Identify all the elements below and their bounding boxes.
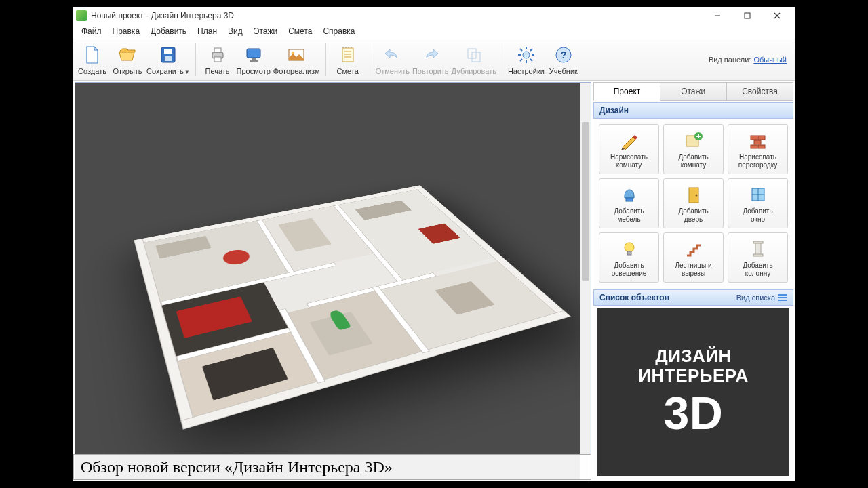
toolbar-undo-label: Отменить [376, 67, 410, 75]
toolbar-redo-label: Повторить [412, 67, 449, 75]
draw-partition-label: Нарисоватьперегородку [738, 153, 777, 169]
design-section-header: Дизайн [593, 102, 793, 119]
svg-rect-34 [751, 136, 757, 140]
panel-mode-label: Вид панели: [709, 56, 751, 64]
svg-rect-11 [252, 58, 256, 60]
objects-section-header: Список объектов Вид списка [593, 289, 793, 306]
toolbar-create-button[interactable]: Создать [75, 41, 110, 79]
add-light-label: Добавитьосвещение [612, 262, 647, 278]
photoreal-icon [285, 44, 307, 66]
close-button[interactable] [762, 7, 792, 24]
menu-plan[interactable]: План [193, 25, 221, 37]
add-column-label: Добавитьколонну [743, 262, 772, 278]
toolbar-preview-button[interactable]: Просмотр [235, 41, 272, 79]
svg-line-26 [520, 49, 522, 51]
menu-file[interactable]: Файл [77, 25, 106, 37]
svg-point-45 [625, 243, 634, 252]
duplicate-icon [463, 44, 485, 66]
gear-icon [515, 44, 537, 66]
stairs-icon [683, 238, 705, 260]
toolbar-separator [195, 43, 196, 76]
menu-edit[interactable]: Правка [108, 25, 144, 37]
window-icon [747, 184, 769, 205]
toolbar-undo-button[interactable]: Отменить [374, 41, 411, 79]
toolbar-photoreal-button[interactable]: Фотореализм [272, 41, 321, 79]
logo-line2: ИНТЕРЬЕРА [638, 366, 748, 386]
logo-line3: 3D [664, 388, 724, 439]
list-view-button[interactable] [778, 293, 787, 302]
tab-project[interactable]: Проект [593, 82, 660, 101]
add-column-button[interactable]: Добавитьколонну [728, 232, 788, 283]
folder-open-icon [117, 44, 138, 66]
column-icon [747, 238, 769, 260]
menu-add[interactable]: Добавить [146, 25, 191, 37]
objects-section-title: Список объектов [599, 293, 669, 302]
toolbar-separator [502, 43, 502, 76]
toolbar-redo-button[interactable]: Повторить [411, 41, 450, 79]
add-door-button[interactable]: Добавитьдверь [663, 178, 724, 228]
minimize-button[interactable] [703, 7, 732, 24]
svg-rect-12 [250, 60, 258, 62]
toolbar-save-button[interactable]: Сохранить▼ [145, 41, 191, 79]
bulb-icon [618, 238, 640, 260]
svg-rect-50 [778, 294, 787, 296]
panel-mode-link[interactable]: Обычный [753, 56, 787, 64]
toolbar-print-label: Печать [205, 67, 230, 75]
design-section-title: Дизайн [599, 106, 629, 115]
toolbar-settings-label: Настройки [508, 67, 545, 75]
svg-rect-47 [755, 243, 761, 255]
menu-help[interactable]: Справка [319, 25, 359, 37]
side-panel: Проект Этажи Свойства Дизайн Нарисоватьк… [593, 82, 793, 479]
menu-estimate[interactable]: Смета [284, 25, 316, 37]
add-furniture-button[interactable]: Добавитьмебель [599, 178, 659, 228]
product-logo: ДИЗАЙН ИНТЕРЬЕРА 3D [638, 346, 748, 439]
svg-rect-35 [758, 136, 765, 140]
toolbar-tutorial-button[interactable]: ? Учебник [546, 41, 581, 79]
svg-rect-15 [342, 48, 353, 62]
add-door-label: Добавитьдверь [678, 207, 708, 224]
svg-rect-39 [626, 198, 633, 201]
menu-floors[interactable]: Этажи [250, 25, 281, 37]
tab-floors[interactable]: Этажи [660, 82, 727, 101]
pillarbox-right [795, 0, 868, 488]
add-light-button[interactable]: Добавитьосвещение [599, 232, 659, 283]
toolbar-save-label: Сохранить▼ [146, 67, 190, 75]
redo-icon [420, 44, 441, 66]
stairs-cuts-button[interactable]: Лестницы ивырезы [663, 232, 724, 283]
viewport-3d[interactable] [75, 82, 591, 479]
toolbar-print-button[interactable]: Печать [200, 41, 235, 79]
door-icon [683, 184, 705, 205]
svg-text:?: ? [561, 49, 567, 60]
undo-icon [382, 44, 403, 66]
toolbar-separator [326, 43, 326, 76]
add-room-button[interactable]: Добавитькомнату [663, 124, 724, 174]
svg-rect-49 [753, 254, 763, 256]
svg-rect-9 [214, 57, 221, 62]
video-caption: Обзор новой версии «Дизайн Интерьера 3D» [73, 454, 591, 480]
menubar: Файл Правка Добавить План Вид Этажи Смет… [73, 24, 795, 39]
maximize-icon [744, 12, 751, 19]
stairs-cuts-label: Лестницы ивырезы [675, 262, 711, 278]
toolbar-open-button[interactable]: Открыть [110, 41, 145, 79]
titlebar: Новый проект - Дизайн Интерьера 3D [73, 7, 795, 24]
maximize-button[interactable] [732, 7, 762, 24]
viewport-scrollbar-vertical[interactable] [580, 83, 591, 479]
add-window-button[interactable]: Добавитьокно [728, 178, 788, 228]
svg-rect-37 [751, 145, 757, 148]
toolbar-duplicate-button[interactable]: Дублировать [450, 41, 498, 79]
toolbar-estimate-button[interactable]: Смета [330, 41, 366, 79]
scrollbar-thumb[interactable] [582, 122, 589, 281]
panel-mode: Вид панели: Обычный [709, 56, 792, 64]
draw-room-button[interactable]: Нарисоватькомнату [599, 124, 659, 174]
svg-rect-38 [758, 145, 765, 148]
help-icon: ? [553, 44, 574, 66]
app-icon [76, 10, 87, 21]
menu-view[interactable]: Вид [224, 25, 247, 37]
toolbar-settings-button[interactable]: Настройки [507, 41, 546, 79]
toolbar-open-label: Открыть [113, 67, 142, 75]
floorplan-render [134, 185, 571, 430]
chair-icon [618, 184, 640, 205]
toolbar: Создать Открыть Сохранить▼ Печать Просм [73, 39, 795, 81]
draw-partition-button[interactable]: Нарисоватьперегородку [728, 124, 788, 174]
tab-properties[interactable]: Свойства [727, 82, 793, 101]
